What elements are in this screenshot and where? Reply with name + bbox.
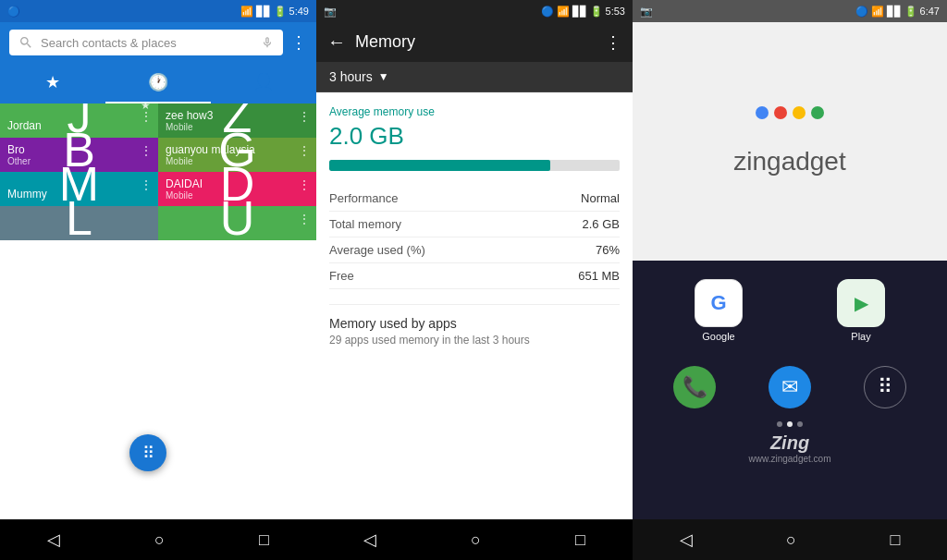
- stat-label-avg-used: Average used (%): [329, 243, 425, 257]
- more-options-icon[interactable]: ⋮: [290, 32, 307, 53]
- battery-icon: 🔋: [274, 6, 287, 18]
- messages-icon[interactable]: ✉: [769, 366, 811, 408]
- name-mummy: Mummy: [7, 188, 47, 201]
- clock-time-contacts: 5:49: [289, 6, 309, 17]
- more-dots-daidai[interactable]: ⋮: [298, 177, 311, 192]
- recents-button-memory[interactable]: □: [575, 530, 585, 550]
- sub-zee: Mobile: [166, 122, 192, 132]
- tab-contacts[interactable]: 👤: [211, 63, 316, 103]
- status-time-home: 🔵 📶 ▊▊ 🔋 6:47: [855, 6, 940, 18]
- home-upper: zingadget: [633, 22, 947, 261]
- brand-name: zingadget: [733, 147, 845, 177]
- page-dot-3: [797, 421, 803, 427]
- wifi-icon-memory: 📶: [557, 6, 570, 18]
- avg-memory-label: Average memory use: [329, 105, 620, 118]
- search-icon: [18, 35, 33, 50]
- wifi-icon-home: 📶: [871, 6, 884, 18]
- zing-logo: Zing: [633, 432, 947, 454]
- sub-daidai: Mobile: [166, 190, 192, 201]
- contact-u[interactable]: ⋮ U: [158, 206, 316, 240]
- more-dots-u[interactable]: ⋮: [298, 212, 311, 226]
- stat-avg-used: Average used (%) 76%: [329, 237, 620, 263]
- dot-yellow: [793, 106, 806, 119]
- screenshot-icon-home: 📷: [640, 6, 653, 17]
- memory-bar-container: [329, 160, 620, 171]
- memory-stats: Performance Normal Total memory 2.6 GB A…: [329, 186, 620, 289]
- dial-fab[interactable]: ⠿: [129, 434, 166, 471]
- back-button-contacts[interactable]: ◁: [47, 530, 60, 550]
- bluetooth-icon: 🔵: [7, 6, 20, 18]
- star-jordan: ★: [141, 103, 151, 112]
- dock-area: 📞 ✉ ⠿: [633, 359, 947, 416]
- panel-contacts: 🔵 📶 ▊▊ 🔋 5:49 Search contacts & places ⋮…: [0, 0, 316, 560]
- stat-value-free: 651 MB: [578, 269, 620, 283]
- time-dropdown-arrow[interactable]: ▼: [378, 70, 389, 83]
- more-dots-mummy[interactable]: ⋮: [140, 177, 153, 192]
- back-button-home[interactable]: ◁: [680, 530, 693, 550]
- home-button-contacts[interactable]: ○: [154, 530, 165, 550]
- tab-recent[interactable]: 🕐: [105, 63, 211, 103]
- signal-icon-memory: ▊▊: [572, 6, 587, 18]
- search-placeholder: Search contacts & places: [41, 36, 253, 50]
- memory-header-left: ← Memory: [327, 31, 415, 53]
- status-time-contacts: 📶 ▊▊ 🔋 5:49: [240, 6, 309, 18]
- name-jordan: Jordan: [7, 119, 42, 132]
- more-dots-zee[interactable]: ⋮: [298, 109, 311, 124]
- dot-red: [774, 106, 787, 119]
- more-dots-guanyou[interactable]: ⋮: [298, 143, 311, 158]
- home-button-memory[interactable]: ○: [471, 530, 481, 550]
- status-bar-home: 📷 🔵 📶 ▊▊ 🔋 6:47: [633, 0, 947, 22]
- memory-header: ← Memory ⋮: [316, 22, 633, 62]
- bluetooth-icon-memory: 🔵: [541, 6, 554, 18]
- phone-icon[interactable]: 📞: [673, 366, 716, 408]
- status-icons-left: 🔵: [7, 6, 20, 18]
- search-bar: Search contacts & places ⋮: [0, 22, 316, 63]
- clock-time-memory: 5:53: [606, 6, 625, 17]
- stat-performance: Performance Normal: [329, 186, 620, 212]
- stat-free: Free 651 MB: [329, 263, 620, 289]
- memory-title: Memory: [355, 32, 415, 52]
- stat-value-avg-used: 76%: [596, 243, 620, 257]
- page-dot-1: [777, 421, 782, 427]
- bluetooth-icon-home: 🔵: [855, 6, 868, 18]
- contact-l[interactable]: L: [0, 206, 158, 240]
- avg-memory-value: 2.0 GB: [329, 122, 620, 151]
- stat-label-total: Total memory: [329, 217, 401, 231]
- stat-total: Total memory 2.6 GB: [329, 212, 620, 237]
- wifi-icon: 📶: [240, 6, 253, 18]
- app-play[interactable]: ▶ Play: [837, 279, 885, 342]
- app-drawer-icon[interactable]: ⠿: [864, 366, 906, 408]
- app-icons-row: G Google ▶ Play: [633, 261, 947, 349]
- nav-bar-contacts: ◁ ○ □: [0, 519, 316, 560]
- google-icon[interactable]: G: [695, 279, 743, 327]
- play-icon[interactable]: ▶: [837, 279, 885, 327]
- apps-section-subtitle: 29 apps used memory in the last 3 hours: [329, 334, 620, 347]
- status-bar-contacts: 🔵 📶 ▊▊ 🔋 5:49: [0, 0, 316, 22]
- dot-green: [811, 106, 824, 119]
- signal-icon-home: ▊▊: [887, 6, 902, 18]
- mic-icon[interactable]: [261, 36, 274, 49]
- recents-button-contacts[interactable]: □: [259, 530, 269, 550]
- name-zee: zee how3: [166, 109, 213, 122]
- signal-icon: ▊▊: [256, 6, 271, 18]
- page-dots: [633, 416, 947, 432]
- page-dot-2: [787, 421, 793, 427]
- memory-content: Average memory use 2.0 GB Performance No…: [316, 92, 633, 519]
- more-dots-bro[interactable]: ⋮: [140, 143, 153, 158]
- nav-bar-home: ◁ ○ □: [633, 519, 947, 560]
- recents-button-home[interactable]: □: [890, 530, 900, 550]
- google-label: Google: [702, 331, 734, 342]
- battery-icon-memory: 🔋: [590, 6, 603, 18]
- tab-favorites[interactable]: ★: [0, 63, 105, 103]
- memory-time-row[interactable]: 3 hours ▼: [316, 62, 633, 92]
- memory-apps-section[interactable]: Memory used by apps 29 apps used memory …: [329, 304, 620, 347]
- memory-more-icon[interactable]: ⋮: [605, 32, 621, 53]
- back-button-memory-nav[interactable]: ◁: [363, 530, 376, 550]
- app-google[interactable]: G Google: [695, 279, 743, 342]
- play-label: Play: [851, 331, 870, 342]
- nav-bar-memory: ◁ ○ □: [316, 519, 633, 560]
- back-button-memory[interactable]: ←: [327, 31, 346, 53]
- search-input-area[interactable]: Search contacts & places: [9, 30, 283, 55]
- home-button-home[interactable]: ○: [786, 530, 796, 550]
- name-guanyou: guanyou malaysia: [166, 143, 255, 156]
